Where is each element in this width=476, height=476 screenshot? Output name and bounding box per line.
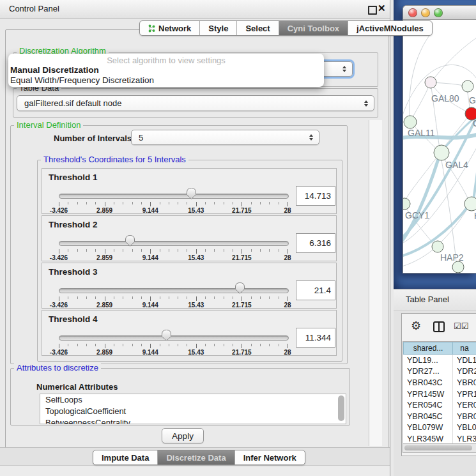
node-label-gal80: GAL80 (431, 93, 459, 104)
table-cell: YER054C (403, 399, 453, 411)
slider-track[interactable] (59, 288, 289, 293)
table-hscrollbar[interactable] (403, 443, 476, 453)
threshold-value-field[interactable]: 11.344 (296, 328, 335, 348)
threshold-coordinates-group: Threshold 1-3.4262.8599.14415.4321.71528… (37, 160, 342, 362)
node-label-hap2: HAP2 (440, 252, 464, 263)
network-node[interactable] (462, 81, 473, 92)
tab-cyni-toolbox[interactable]: Cyni Toolbox (279, 21, 348, 35)
attribute-item-betweennesscentrality[interactable]: BetweennessCentrality (40, 417, 346, 424)
tab-network[interactable]: Network (140, 21, 200, 35)
tick-mark (205, 249, 206, 252)
tick-label: 28 (284, 302, 291, 309)
attribute-item-topologicalcoefficient[interactable]: TopologicalCoefficient (40, 406, 346, 417)
tab-label: Network (158, 24, 191, 33)
network-node[interactable] (425, 77, 436, 88)
network-node[interactable] (404, 116, 417, 128)
tab-infer-network[interactable]: Infer Network (235, 450, 305, 464)
numerical-attributes-list[interactable]: SelfLoopsTopologicalCoefficientBetweenne… (40, 394, 346, 424)
hscrollbar-thumb[interactable] (404, 445, 472, 450)
gear-icon[interactable]: ⚙ (411, 319, 421, 333)
table-cell: YBL079W (403, 422, 453, 434)
threshold-value-field[interactable]: 6.316 (296, 233, 335, 253)
tick-label: 9.144 (142, 302, 158, 309)
column-header[interactable]: na (453, 342, 476, 355)
algorithm-option-equal-width-frequency-discretization[interactable]: Equal Width/Frequency Discretization (8, 75, 324, 86)
table-panel-title: Table Panel (406, 295, 449, 304)
tab-label: Infer Network (243, 453, 296, 463)
network-node[interactable] (464, 197, 476, 211)
tick-label: 15.43 (188, 207, 204, 214)
tick-mark (251, 296, 252, 299)
tick-label: 21.715 (232, 254, 252, 261)
tick-mark (251, 249, 252, 252)
network-node[interactable] (434, 145, 449, 160)
threshold-value-field[interactable]: 21.4 (296, 280, 335, 300)
tick-mark (205, 296, 206, 299)
network-node[interactable] (403, 198, 410, 210)
minimize-light-icon[interactable] (421, 8, 430, 17)
close-icon[interactable]: ✕ (378, 3, 386, 14)
node-label-ga: GA (469, 95, 476, 105)
table-row[interactable]: YBR043CYBR0 (403, 377, 476, 388)
tick-mark (178, 344, 178, 346)
apply-button[interactable]: Apply (162, 428, 204, 443)
panel-scrollbar[interactable] (369, 120, 382, 446)
tick-mark (242, 296, 242, 301)
table-row[interactable]: YER054CYER0 (403, 399, 476, 411)
tab-select[interactable]: Select (237, 21, 279, 35)
tick-mark (178, 296, 178, 299)
table-cell: YBR043C (403, 377, 453, 388)
tab-discretize-data[interactable]: Discretize Data (158, 450, 234, 464)
slider-track[interactable] (59, 241, 289, 246)
zoom-light-icon[interactable] (434, 8, 443, 17)
list-scrollbar-thumb[interactable] (338, 395, 344, 421)
table-row[interactable]: YPR145WYPR1 (403, 388, 476, 400)
close-light-icon[interactable] (408, 8, 417, 17)
tick-mark (160, 249, 160, 252)
tick-mark (160, 296, 160, 299)
attribute-item-selfloops[interactable]: SelfLoops (40, 394, 346, 406)
float-window-icon[interactable] (368, 6, 377, 15)
table-cell: YPR145W (403, 388, 453, 400)
table-row[interactable]: YBL079WYBL0 (403, 422, 476, 434)
tick-mark (260, 249, 261, 252)
select-columns-checkboxes-icon[interactable]: ☑☑ (454, 321, 468, 331)
slider-thumb[interactable] (125, 234, 135, 247)
combo-stepper-icon (309, 134, 313, 141)
tick-label: -3.426 (50, 302, 68, 309)
column-header[interactable]: shared... (403, 342, 453, 355)
tick-mark (224, 344, 224, 346)
network-window-titlebar[interactable] (403, 6, 476, 20)
tick-mark (224, 296, 224, 299)
tick-mark (141, 249, 142, 252)
network-node[interactable] (452, 261, 464, 273)
tick-mark (68, 202, 68, 204)
number-of-intervals-combo[interactable]: 5 (131, 130, 319, 145)
tick-mark (114, 249, 114, 252)
network-node[interactable] (432, 241, 443, 252)
tick-mark (269, 344, 270, 346)
tab-style[interactable]: Style (200, 21, 237, 35)
table-row[interactable]: YDR27...YDR2 (403, 366, 476, 378)
slider-thumb[interactable] (186, 187, 197, 200)
table-cell: YBR0 (453, 411, 476, 422)
slider-thumb[interactable] (161, 329, 172, 342)
tick-mark (288, 202, 288, 206)
algorithm-option-manual-discretization[interactable]: Manual Discretization (8, 65, 324, 75)
slider-track[interactable] (59, 335, 289, 341)
network-canvas[interactable]: GAL80GAGAL11CGAL4GCY1HHAP2 (403, 20, 476, 273)
tick-mark (160, 202, 160, 204)
tick-label: 28 (284, 207, 291, 214)
column-layout-icon[interactable] (433, 321, 445, 332)
tab-jactivemnodules[interactable]: jActiveMNodules (348, 21, 432, 35)
tick-mark (86, 249, 87, 252)
table-data-combo[interactable]: galFiltered.sif default node (17, 95, 374, 111)
slider-track[interactable] (59, 194, 289, 199)
tab-impute-data[interactable]: Impute Data (93, 450, 158, 464)
table-row[interactable]: YBR045CYBR0 (403, 411, 476, 422)
table-row[interactable]: YDL19...YDL1 (403, 355, 476, 366)
threshold-value-field[interactable]: 14.713 (296, 186, 335, 206)
slider-thumb[interactable] (234, 282, 245, 295)
bottom-tab-bar: Impute DataDiscretize DataInfer Network (93, 450, 305, 465)
tick-mark (260, 202, 261, 204)
